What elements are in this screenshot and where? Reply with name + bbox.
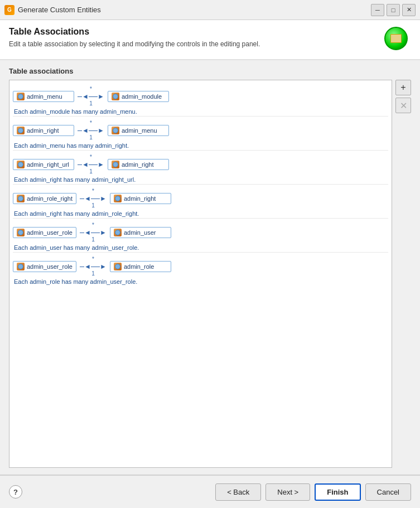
side-buttons: + ✕ [395,80,411,468]
footer-section: ? < Back Next > Finish Cancel [0,475,420,508]
left-entity: admin_role_right [13,193,76,204]
add-association-button[interactable]: + [395,80,411,95]
minimize-button[interactable]: ─ [371,4,384,16]
association-row[interactable]: admin_user_role * ◄ ► 1 admin_role Each … [13,255,388,286]
right-entity: admin_menu [108,125,169,136]
entity-icon [17,93,25,100]
right-entity: admin_right [108,159,169,170]
connector: * ◄ ► 1 [74,154,108,175]
close-button[interactable]: ✕ [402,4,416,16]
header-description: Edit a table association by selecting it… [9,40,379,48]
header-title: Table Associations [9,27,379,37]
footer-buttons: < Back Next > Finish Cancel [215,483,411,501]
right-entity: admin_right [110,193,171,204]
footer-left: ? [9,485,22,499]
association-row[interactable]: admin_user_role * ◄ ► 1 admin_user Each … [13,221,388,253]
entity-icon [114,195,122,202]
remove-association-button[interactable]: ✕ [395,98,411,113]
associations-container: admin_menu * ◄ ► 1 admin_module Each adm… [9,80,411,468]
association-description: Each admin_user has many admin_user_role… [13,244,388,251]
connector: * ◄ ► 1 [74,86,108,107]
entity-icon [112,161,119,168]
connector: * ◄ ► 1 [76,222,110,243]
header-section: Table Associations Edit a table associat… [0,20,420,60]
association-description: Each admin_right has many admin_right_ur… [13,176,388,183]
cancel-button[interactable]: Cancel [365,483,411,501]
association-description: Each admin_module has many admin_menu. [13,108,388,115]
entity-icon [114,229,122,236]
back-button[interactable]: < Back [215,483,261,501]
association-row[interactable]: admin_right * ◄ ► 1 admin_menu Each admi… [13,119,388,151]
left-entity: admin_menu [13,91,74,102]
next-button[interactable]: Next > [265,483,310,501]
header-icon-circle [384,27,408,50]
connector: * ◄ ► 1 [76,256,110,277]
right-entity: admin_role [110,261,171,272]
entity-icon [112,93,119,100]
app-icon: G [4,5,15,15]
entity-icon [17,263,25,270]
entity-icon [17,229,25,236]
left-entity: admin_right [13,125,74,136]
association-row[interactable]: admin_role_right * ◄ ► 1 admin_right Eac… [13,187,388,219]
entity-icon [112,127,119,134]
title-bar-buttons: ─ □ ✕ [371,4,416,16]
association-description: Each admin_right has many admin_role_rig… [13,210,388,217]
title-bar-text: Generate Custom Entities [18,6,371,14]
header-icon-inner [390,34,402,43]
left-entity: admin_user_role [13,227,76,238]
left-entity: admin_right_url [13,159,74,170]
associations-panel[interactable]: admin_menu * ◄ ► 1 admin_module Each adm… [9,80,392,468]
header-icon [384,27,411,54]
connector: * ◄ ► 1 [74,120,108,141]
entity-icon [17,195,25,202]
entity-icon [17,127,25,134]
association-row[interactable]: admin_menu * ◄ ► 1 admin_module Each adm… [13,85,388,117]
connector: * ◄ ► 1 [76,188,110,209]
association-description: Each admin_menu has many admin_right. [13,142,388,149]
finish-button[interactable]: Finish [315,483,360,501]
entity-icon [114,263,122,270]
right-entity: admin_user [110,227,171,238]
title-bar: G Generate Custom Entities ─ □ ✕ [0,0,420,20]
left-entity: admin_user_role [13,261,76,272]
maximize-button[interactable]: □ [387,4,400,16]
association-row[interactable]: admin_right_url * ◄ ► 1 admin_right Each… [13,153,388,185]
help-button[interactable]: ? [9,485,22,499]
right-entity: admin_module [108,91,169,102]
main-section: Table associations admin_menu * ◄ ► 1 [0,60,420,475]
entity-icon [17,161,25,168]
association-description: Each admin_role has many admin_user_role… [13,278,388,285]
section-label: Table associations [9,67,411,75]
header-text: Table Associations Edit a table associat… [9,27,379,48]
